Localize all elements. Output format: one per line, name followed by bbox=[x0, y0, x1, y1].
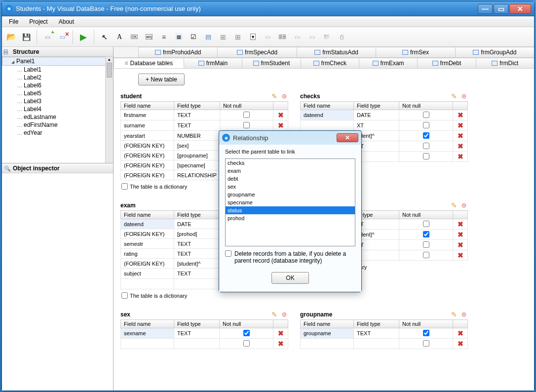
pagecontrol-tool[interactable] bbox=[306, 31, 318, 43]
groupbox-tool[interactable] bbox=[291, 31, 304, 43]
col-field-name[interactable]: Field name bbox=[301, 102, 354, 110]
delete-row-icon[interactable]: ✖ bbox=[458, 153, 463, 160]
cursor-tool[interactable] bbox=[98, 31, 111, 43]
dbfile-tool[interactable] bbox=[335, 31, 348, 43]
col-field-type[interactable]: Field type bbox=[354, 102, 399, 110]
notnull-checkbox[interactable] bbox=[423, 153, 429, 159]
delete-integrity-checkbox[interactable] bbox=[225, 250, 231, 257]
delete-table-icon[interactable] bbox=[460, 311, 468, 318]
col-field-name[interactable]: Field name bbox=[121, 211, 174, 219]
delete-row-icon[interactable]: ✖ bbox=[278, 340, 284, 348]
col-field-type[interactable]: Field type bbox=[174, 102, 220, 110]
grid-tool[interactable] bbox=[217, 31, 230, 43]
tab-frmprohodadd[interactable]: frmProhodAdd bbox=[138, 47, 218, 57]
listbox-item[interactable]: exam bbox=[226, 167, 355, 175]
tab-frmmain[interactable]: frmMain bbox=[184, 58, 242, 68]
delete-row-icon[interactable]: ✖ bbox=[458, 241, 463, 249]
delete-row-icon[interactable]: ✖ bbox=[458, 340, 463, 348]
listbox-item[interactable]: specname bbox=[226, 198, 355, 206]
edit-table-icon[interactable] bbox=[270, 92, 278, 100]
delete-row-icon[interactable]: ✖ bbox=[458, 251, 463, 259]
tree-item[interactable]: edLastname bbox=[2, 113, 113, 121]
col-not-null[interactable]: Not null bbox=[399, 211, 453, 219]
tab-frmstudent[interactable]: frmStudent bbox=[242, 58, 301, 68]
tree-item[interactable]: Label2 bbox=[2, 74, 113, 81]
col-not-null[interactable]: Not null bbox=[399, 102, 453, 110]
table-row[interactable]: ✖ bbox=[301, 339, 468, 349]
memo-tool[interactable] bbox=[157, 31, 170, 43]
col-field-type[interactable]: Field type bbox=[174, 320, 220, 328]
listbox-item[interactable]: sex bbox=[226, 183, 355, 191]
checkbox-tool[interactable] bbox=[187, 31, 200, 43]
col-field-name[interactable]: Field name bbox=[121, 320, 174, 328]
date-tool[interactable] bbox=[202, 31, 215, 43]
delete-row-icon[interactable]: ✖ bbox=[458, 329, 463, 337]
listbox-item[interactable]: debt bbox=[226, 175, 355, 183]
edit-table-icon[interactable] bbox=[450, 92, 458, 100]
tab-frmsex[interactable]: frmSex bbox=[376, 47, 455, 57]
tree-item[interactable]: edYear bbox=[2, 129, 113, 137]
notnull-checkbox[interactable] bbox=[423, 143, 429, 149]
counter-tool[interactable] bbox=[276, 31, 289, 43]
tab-frmgroupadd[interactable]: frmGroupAdd bbox=[455, 47, 534, 57]
inspector-body[interactable] bbox=[2, 173, 113, 391]
tree-item[interactable]: Label4 bbox=[2, 105, 113, 113]
table-row[interactable]: groupnameTEXT✖ bbox=[301, 328, 468, 339]
notnull-checkbox[interactable] bbox=[423, 231, 429, 237]
delete-row-icon[interactable]: ✖ bbox=[458, 132, 463, 140]
edit-table-icon[interactable] bbox=[450, 311, 458, 318]
tree-item[interactable]: Label3 bbox=[2, 97, 113, 105]
delete-form-button[interactable] bbox=[56, 31, 69, 43]
parent-table-listbox[interactable]: checks exam debt sex groupname specname … bbox=[225, 158, 355, 246]
notnull-checkbox[interactable] bbox=[243, 330, 250, 336]
notnull-checkbox[interactable] bbox=[423, 122, 429, 128]
panel-tool[interactable] bbox=[261, 31, 274, 43]
titlebar[interactable]: ◉ Students - My Visual DataBase - Free (… bbox=[2, 1, 534, 16]
label-tool[interactable] bbox=[113, 31, 126, 43]
notnull-checkbox[interactable] bbox=[423, 112, 429, 118]
maximize-button[interactable]: ▭ bbox=[494, 4, 508, 14]
col-field-name[interactable]: Field name bbox=[301, 320, 354, 328]
col-field-type[interactable]: Field type bbox=[174, 211, 220, 219]
menu-project[interactable]: Project bbox=[24, 17, 52, 26]
tree-root[interactable]: Panel1 bbox=[2, 57, 113, 66]
close-button[interactable]: ✕ bbox=[509, 4, 531, 14]
listbox-item-selected[interactable]: status bbox=[226, 206, 355, 214]
delete-row-icon[interactable]: ✖ bbox=[278, 111, 284, 119]
dictionary-checkbox[interactable] bbox=[121, 292, 128, 299]
notnull-checkbox[interactable] bbox=[423, 241, 429, 248]
menu-file[interactable]: File bbox=[4, 17, 23, 26]
edit-tool[interactable] bbox=[143, 31, 155, 43]
edit-table-icon[interactable] bbox=[450, 201, 458, 209]
col-not-null[interactable]: Not null bbox=[399, 320, 453, 328]
delete-table-icon[interactable] bbox=[460, 92, 468, 100]
listbox-item[interactable]: checks bbox=[226, 159, 355, 167]
delete-table-icon[interactable] bbox=[280, 311, 288, 318]
table-row[interactable]: XT✖ bbox=[301, 120, 468, 131]
delete-row-icon[interactable]: ✖ bbox=[458, 220, 463, 228]
listbox-item[interactable]: prohod bbox=[226, 214, 355, 222]
tab-frmexam[interactable]: frmExam bbox=[359, 58, 418, 68]
notnull-checkbox[interactable] bbox=[423, 330, 429, 336]
col-not-null[interactable]: Not null bbox=[220, 102, 273, 110]
run-button[interactable]: ▶ bbox=[77, 31, 90, 43]
notnull-checkbox[interactable] bbox=[423, 252, 429, 258]
notnull-checkbox[interactable] bbox=[243, 122, 250, 128]
open-button[interactable] bbox=[5, 31, 18, 43]
notnull-checkbox[interactable] bbox=[243, 340, 250, 347]
notnull-checkbox[interactable] bbox=[243, 112, 250, 118]
col-field-type[interactable]: Field type bbox=[354, 320, 399, 328]
grid2-tool[interactable] bbox=[231, 31, 244, 43]
structure-tree[interactable]: Panel1 Label1 Label2 Label6 Label5 Label… bbox=[2, 57, 113, 163]
delete-row-icon[interactable]: ✖ bbox=[458, 142, 463, 150]
dialog-close-button[interactable]: ✕ bbox=[337, 133, 358, 142]
new-form-button[interactable] bbox=[41, 31, 54, 43]
ok-button[interactable]: OK bbox=[271, 272, 308, 284]
tab-frmcheck[interactable]: frmCheck bbox=[301, 58, 359, 68]
menu-about[interactable]: About bbox=[54, 17, 79, 26]
delete-table-icon[interactable] bbox=[280, 92, 288, 100]
delete-row-icon[interactable]: ✖ bbox=[458, 121, 463, 129]
tab-frmspecadd[interactable]: frmSpecAdd bbox=[217, 47, 297, 57]
table-row[interactable]: dateendDATE✖ bbox=[301, 110, 468, 120]
notnull-checkbox[interactable] bbox=[423, 221, 429, 227]
